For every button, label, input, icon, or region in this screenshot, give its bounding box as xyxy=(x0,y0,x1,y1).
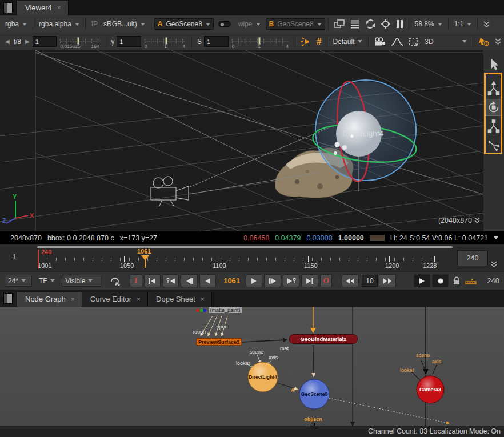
expand-chevron-icon[interactable] xyxy=(474,217,481,224)
set-in-point-button[interactable]: I xyxy=(130,274,142,287)
divider xyxy=(368,36,369,47)
pane-layout-icon[interactable] xyxy=(3,2,13,13)
gaussian-curve-icon[interactable] xyxy=(389,36,406,47)
channel-select[interactable]: rgba.alpha xyxy=(36,19,82,29)
node-camera3[interactable]: Camera3 xyxy=(417,376,444,403)
divider xyxy=(33,18,33,30)
node-graph-canvas[interactable]: rough spec mat scene axis lookat A obj/s… xyxy=(0,307,504,437)
viewer-process-label: Default xyxy=(333,38,354,46)
viewport-canvas[interactable]: DirectLight4 Y X Z xyxy=(0,50,483,231)
current-frame-display[interactable]: 1061 xyxy=(223,276,240,285)
gamma-slider[interactable]: 0 1 4 xyxy=(145,35,185,48)
goto-end-button[interactable] xyxy=(301,274,318,287)
global-range-start: 1 xyxy=(13,253,17,261)
tab-viewer4[interactable]: Viewer4 × xyxy=(17,1,69,15)
tab-dope-sheet[interactable]: Dope Sheet × xyxy=(148,292,212,307)
timeline[interactable]: 1 1001 1050 1100 1150 1200 1228 240 1061… xyxy=(0,244,504,271)
hsvl-readout: H: 24 S:0.54 V:0.06 L: 0.04721 xyxy=(390,234,488,242)
gain-slider[interactable]: 0.015625 164 xyxy=(60,35,99,48)
view-mode-select[interactable]: 3D xyxy=(422,37,470,47)
set-out-point-button[interactable]: O xyxy=(320,274,333,287)
input-b-select[interactable]: B GeoScene8 xyxy=(266,18,325,30)
lock-range-icon[interactable] xyxy=(450,275,463,286)
svg-text:lookat: lookat xyxy=(400,367,414,373)
fstop-next-button[interactable]: ▶ xyxy=(25,38,30,45)
goto-start-button[interactable] xyxy=(144,274,161,287)
node-read-texture[interactable]: ..._01_diff_8k.jpg (matte_paint) xyxy=(197,307,261,313)
new-viewer-window-icon[interactable] xyxy=(331,18,347,30)
frame-range-icon[interactable] xyxy=(463,275,479,286)
camera-wireframe[interactable] xyxy=(151,177,189,207)
tab-curve-editor[interactable]: Curve Editor × xyxy=(82,292,148,307)
zoom-level-select[interactable]: 58.8% xyxy=(412,19,445,29)
close-icon[interactable]: × xyxy=(201,295,205,303)
collapse-toolbar-icon[interactable] xyxy=(481,21,493,28)
tf-select[interactable]: TF xyxy=(35,275,58,287)
frame-increment-field[interactable]: 10 xyxy=(362,275,378,287)
roi-gear-icon[interactable] xyxy=(378,18,393,30)
fps-select[interactable]: 24* xyxy=(5,275,32,287)
select-cursor-tool[interactable] xyxy=(485,56,502,73)
fstop-prev-button[interactable]: ◀ xyxy=(5,38,10,45)
in-point-marker[interactable] xyxy=(38,250,39,268)
gain-input[interactable]: 1 xyxy=(33,36,57,47)
axis-y-label: Y xyxy=(13,193,17,200)
wipe-toggle[interactable] xyxy=(216,20,233,28)
flipbook-play-button[interactable] xyxy=(414,274,430,287)
timeline-expand-chevron-icon[interactable] xyxy=(490,260,498,268)
lock-camera-icon[interactable] xyxy=(371,36,389,47)
next-keyframe-button[interactable] xyxy=(283,274,299,287)
collapse-toolbar-icon[interactable] xyxy=(492,38,504,45)
gamma-input[interactable]: 1 xyxy=(117,36,141,47)
visibility-select[interactable]: Visible xyxy=(62,275,101,287)
in-point-label: 240 xyxy=(41,248,51,255)
stack-layers-icon[interactable] xyxy=(347,18,362,30)
layer-select[interactable]: rgba xyxy=(2,19,30,29)
divider xyxy=(191,36,192,47)
play-backward-button[interactable] xyxy=(199,274,216,287)
viewer-process-select[interactable]: Default xyxy=(330,37,365,47)
node-direct-light[interactable]: DirectLight4 xyxy=(248,362,278,392)
close-icon[interactable]: × xyxy=(71,295,75,303)
viewer-tab-label: Viewer4 xyxy=(25,3,52,12)
occlusion-tester-icon[interactable]: 0 xyxy=(476,35,492,47)
proxy-ratio-select[interactable]: 1:1 xyxy=(451,19,475,29)
timeline-scrollbar[interactable] xyxy=(37,246,453,248)
sync-refresh-icon[interactable] xyxy=(362,18,378,30)
prev-keyframe-button[interactable] xyxy=(162,274,179,287)
wipe-select[interactable]: wipe xyxy=(235,19,263,29)
tab-node-graph[interactable]: Node Graph × xyxy=(17,292,82,307)
close-icon[interactable]: × xyxy=(137,295,141,303)
play-forward-button[interactable] xyxy=(246,274,262,287)
chevron-down-icon xyxy=(317,23,322,26)
jump-forward-increment-button[interactable] xyxy=(379,274,395,287)
scene-light-icon[interactable] xyxy=(298,36,314,47)
playback-range-end[interactable]: 240 xyxy=(487,276,499,285)
input-process-button[interactable]: IP xyxy=(89,19,101,29)
chevron-down-icon xyxy=(438,23,442,26)
playback-mode-loop-icon[interactable] xyxy=(107,275,124,287)
saturation-slider[interactable]: 0 1 4 xyxy=(232,35,289,48)
node-preview-surface[interactable]: PreviewSurface2 xyxy=(196,338,242,346)
node-geo-scene[interactable]: GeoScene8 xyxy=(299,379,329,409)
record-button[interactable] xyxy=(432,274,449,287)
info-dropdown-icon[interactable] xyxy=(494,236,498,239)
read-layer-label: (matte_paint) xyxy=(209,307,242,313)
svg-text:rough: rough xyxy=(193,329,206,335)
input-a-select[interactable]: A GeoScene8 xyxy=(154,18,214,30)
viewport-3d[interactable]: DirectLight4 Y X Z (2048x870 xyxy=(0,50,483,231)
range-end-field[interactable]: 240 xyxy=(457,250,488,266)
pane-layout-icon[interactable] xyxy=(3,293,13,304)
step-forward-button[interactable] xyxy=(264,274,281,287)
jump-back-increment-button[interactable] xyxy=(342,274,358,287)
lut-select[interactable]: sRGB...ult) xyxy=(101,19,148,29)
grid-snap-icon[interactable]: # xyxy=(314,35,324,48)
toggle-dot-icon xyxy=(221,23,224,26)
close-icon[interactable]: × xyxy=(57,4,61,12)
step-back-button[interactable] xyxy=(181,274,197,287)
channel-label: rgba.alpha xyxy=(39,20,71,28)
pause-icon[interactable] xyxy=(393,18,406,30)
marquee-select-icon[interactable] xyxy=(406,36,422,47)
node-geo-bind-material[interactable]: GeoBindMaterial2 xyxy=(289,334,358,344)
saturation-input[interactable]: 1 xyxy=(204,36,229,47)
